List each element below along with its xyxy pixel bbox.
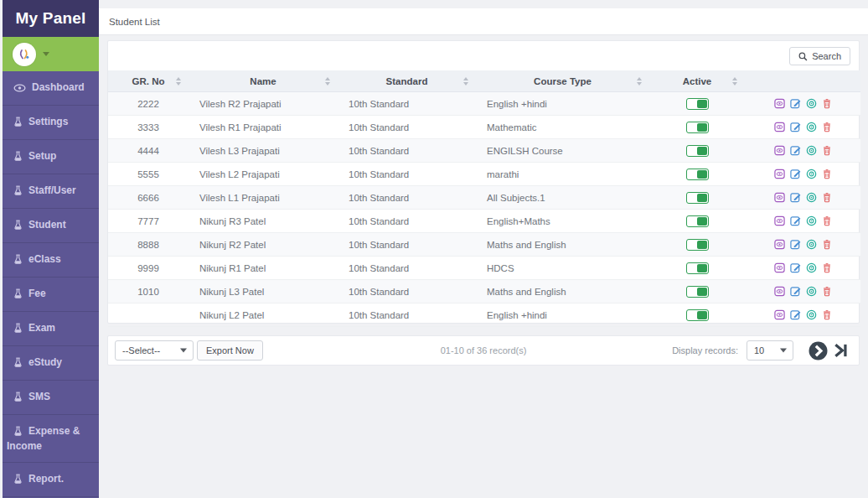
active-toggle[interactable] — [686, 122, 709, 133]
sort-icon[interactable] — [176, 77, 181, 86]
status-icon[interactable] — [806, 262, 817, 273]
flask-icon — [13, 392, 23, 405]
table-row[interactable]: 1010Nikunj L3 Patel10th StandardMaths an… — [108, 280, 860, 303]
status-icon[interactable] — [806, 309, 817, 320]
last-page-icon[interactable] — [833, 342, 849, 359]
eye-icon — [13, 82, 26, 96]
sidebar-item-expense-income[interactable]: Expense & Income — [3, 415, 99, 463]
sidebar-profile-menu[interactable] — [3, 37, 99, 71]
delete-icon[interactable] — [822, 122, 832, 132]
status-icon[interactable] — [806, 169, 817, 179]
export-now-button[interactable]: Export Now — [197, 340, 263, 361]
status-icon[interactable] — [806, 122, 817, 132]
table-row[interactable]: 3333Vilesh R1 Prajapati10th StandardMath… — [108, 116, 860, 139]
cell-active — [649, 303, 745, 327]
delete-icon[interactable] — [822, 262, 832, 273]
status-icon[interactable] — [806, 286, 817, 297]
search-button[interactable]: Search — [789, 47, 850, 65]
sidebar-item-dashboard[interactable]: Dashboard — [3, 71, 99, 106]
delete-icon[interactable] — [822, 169, 832, 179]
table-row[interactable]: 8888Nikunj R2 Patel10th StandardMaths an… — [108, 233, 860, 257]
cell-gr-no: 4444 — [108, 139, 189, 163]
delete-icon[interactable] — [822, 145, 832, 156]
table-row[interactable]: 4444Vilesh L3 Prajapati10th StandardENGI… — [108, 139, 860, 163]
active-toggle[interactable] — [686, 145, 709, 157]
edit-icon[interactable] — [790, 215, 801, 226]
delete-icon[interactable] — [822, 286, 832, 297]
sidebar: My Panel Dashboard Settings Setup — [3, 0, 99, 498]
table-row[interactable]: 5555Vilesh L2 Prajapati10th Standardmara… — [108, 163, 860, 186]
active-toggle[interactable] — [686, 192, 709, 204]
delete-icon[interactable] — [822, 309, 832, 320]
delete-icon[interactable] — [822, 239, 832, 250]
view-icon[interactable] — [774, 286, 785, 297]
edit-icon[interactable] — [790, 122, 801, 132]
status-icon[interactable] — [806, 192, 817, 203]
edit-icon[interactable] — [790, 286, 801, 297]
sidebar-item-settings[interactable]: Settings — [3, 106, 99, 140]
active-toggle[interactable] — [686, 98, 709, 110]
edit-icon[interactable] — [790, 145, 801, 156]
active-toggle[interactable] — [686, 169, 709, 180]
view-icon[interactable] — [774, 122, 785, 132]
edit-icon[interactable] — [790, 169, 801, 179]
cell-name: Nikunj R1 Patel — [189, 257, 338, 280]
cell-active — [649, 92, 745, 116]
export-type-select[interactable]: --Select-- — [115, 340, 194, 361]
sort-icon[interactable] — [732, 77, 737, 86]
edit-icon[interactable] — [790, 239, 801, 250]
edit-icon[interactable] — [790, 262, 801, 273]
sidebar-item-estudy[interactable]: eStudy — [3, 346, 99, 381]
table-row[interactable]: 9999Nikunj R1 Patel10th StandardHDCS — [108, 257, 860, 280]
active-toggle[interactable] — [686, 309, 709, 321]
sidebar-item-label: SMS — [28, 391, 50, 402]
sort-icon[interactable] — [325, 77, 330, 86]
edit-icon[interactable] — [790, 98, 801, 109]
table-row[interactable]: 7777Nikunj R3 Patel10th StandardEnglish+… — [108, 210, 860, 233]
view-icon[interactable] — [774, 145, 785, 156]
status-icon[interactable] — [806, 215, 817, 226]
delete-icon[interactable] — [822, 215, 832, 226]
table-row[interactable]: Nikunj L2 Patel10th StandardEnglish +hin… — [108, 303, 860, 327]
sidebar-item-report[interactable]: Report. — [3, 463, 99, 497]
delete-icon[interactable] — [822, 98, 832, 109]
sidebar-item-staff-user[interactable]: Staff/User — [3, 174, 99, 209]
edit-icon[interactable] — [790, 309, 801, 320]
display-records-select[interactable]: 10 — [747, 340, 793, 361]
view-icon[interactable] — [774, 215, 785, 226]
edit-icon[interactable] — [790, 192, 801, 203]
status-icon[interactable] — [806, 98, 817, 109]
status-icon[interactable] — [806, 145, 817, 156]
view-icon[interactable] — [774, 309, 785, 320]
cell-gr-no: 5555 — [108, 163, 189, 186]
active-toggle[interactable] — [686, 262, 709, 274]
cell-active — [649, 233, 745, 257]
cell-standard: 10th Standard — [338, 139, 476, 163]
page-titlebar: Student List — [99, 8, 868, 35]
view-icon[interactable] — [774, 169, 785, 179]
active-toggle[interactable] — [686, 239, 709, 251]
table-row[interactable]: 2222Vilesh R2 Prajapati10th StandardEngl… — [108, 92, 860, 116]
table-row[interactable]: 6666Vilesh L1 Prajapati10th StandardAll … — [108, 186, 860, 210]
view-icon[interactable] — [774, 192, 785, 203]
sidebar-item-student[interactable]: Student — [3, 209, 99, 243]
flask-icon — [13, 288, 23, 302]
status-icon[interactable] — [806, 239, 817, 250]
sidebar-item-label: Fee — [28, 288, 46, 299]
active-toggle[interactable] — [686, 215, 709, 227]
view-icon[interactable] — [774, 239, 785, 250]
cell-name: Nikunj R3 Patel — [189, 210, 338, 233]
sort-icon[interactable] — [463, 77, 468, 86]
cell-actions — [745, 186, 860, 210]
sidebar-item-fee[interactable]: Fee — [3, 278, 99, 312]
view-icon[interactable] — [774, 98, 785, 109]
view-icon[interactable] — [774, 262, 785, 273]
sort-icon[interactable] — [637, 77, 642, 86]
next-page-icon[interactable] — [809, 341, 828, 361]
active-toggle[interactable] — [686, 286, 709, 298]
sidebar-item-setup[interactable]: Setup — [3, 140, 99, 174]
sidebar-item-sms[interactable]: SMS — [3, 381, 99, 415]
delete-icon[interactable] — [822, 192, 832, 203]
sidebar-item-exam[interactable]: Exam — [3, 312, 99, 346]
sidebar-item-eclass[interactable]: eClass — [3, 243, 99, 278]
